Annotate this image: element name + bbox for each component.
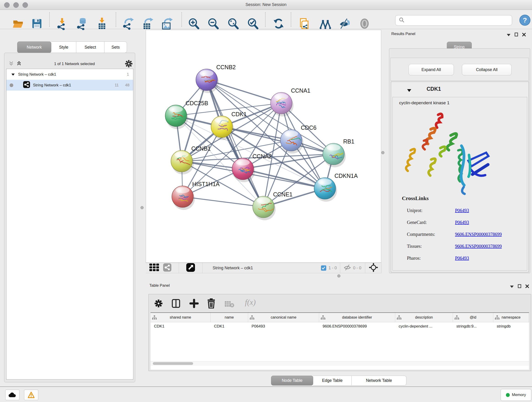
horizontal-scrollbar[interactable] (151, 361, 529, 366)
close-panel-icon[interactable] (522, 33, 526, 37)
collapse-all-networks-icon[interactable] (8, 61, 14, 67)
crosslink-row: Tissues:9606.ENSP00000378699 (407, 240, 524, 252)
crosslink-link[interactable]: P06493 (455, 220, 469, 225)
scrollbar-thumb[interactable] (153, 362, 193, 365)
tab-select[interactable]: Select (76, 41, 104, 53)
tab-sets[interactable]: Sets (104, 41, 127, 53)
node-label-CCNA1: CCNA1 (291, 87, 310, 94)
zoom-in-icon[interactable] (187, 17, 200, 30)
show-columns-icon[interactable] (172, 299, 180, 309)
duplicate-network-icon[interactable] (298, 17, 311, 30)
zoom-out-icon[interactable] (207, 17, 220, 30)
table-cell[interactable]: 9606.ENSP00000378699 (319, 322, 395, 331)
maximize-panel-icon[interactable] (518, 284, 521, 289)
table-panel-title: Table Panel (149, 283, 170, 288)
selected-checkbox[interactable] (321, 265, 326, 271)
grid-view-icon[interactable] (149, 264, 159, 272)
float-panel-icon[interactable] (507, 33, 510, 37)
tab-node-table[interactable]: Node Table (271, 376, 313, 385)
status-bar: Memory (0, 386, 532, 402)
section-expander-icon[interactable] (407, 89, 411, 93)
memory-button[interactable]: Memory (500, 389, 531, 401)
tab-edge-table[interactable]: Edge Table (313, 376, 352, 385)
apply-layout-icon[interactable] (272, 17, 285, 30)
network-node-HIST1H1A[interactable]: HIST1H1A (172, 181, 220, 210)
search-input[interactable] (406, 15, 512, 26)
network-options-gear-icon[interactable] (125, 60, 133, 69)
zoom-fit-icon[interactable] (227, 17, 240, 30)
right-splitter-handle[interactable] (381, 151, 385, 154)
left-splitter-handle[interactable] (140, 206, 144, 209)
crosslink-link[interactable]: 9606.ENSP00000378699 (455, 244, 502, 249)
column-header-description[interactable]: description (395, 313, 453, 322)
import-network-database-icon[interactable] (76, 17, 89, 30)
column-header-canonical-name[interactable]: canonical name (248, 313, 319, 322)
crosslink-link[interactable]: 9606.ENSP00000378699 (455, 232, 502, 237)
import-table-icon[interactable] (95, 17, 108, 30)
expand-all-button[interactable]: Expand All (409, 64, 454, 75)
tab-network[interactable]: Network (17, 41, 51, 53)
delete-column-icon[interactable] (207, 298, 215, 309)
warning-icon[interactable] (24, 390, 38, 400)
tree-expander-icon[interactable] (12, 72, 15, 77)
birdseye-view-icon[interactable] (186, 263, 195, 273)
export-image-icon[interactable] (160, 17, 173, 30)
node-label-CCNB1: CCNB1 (191, 145, 211, 152)
first-neighbors-icon[interactable] (319, 17, 332, 30)
node-label-CDC25B: CDC25B (186, 100, 208, 106)
add-column-icon[interactable] (190, 299, 199, 309)
network-collection-row[interactable]: String Network – cdk1 1 (6, 69, 133, 80)
table-cell[interactable]: CDK1 (151, 322, 210, 331)
show-all-icon[interactable] (358, 17, 371, 30)
table-settings-gear-icon[interactable] (154, 299, 163, 308)
hide-selected-icon[interactable] (338, 17, 351, 30)
tab-network-table[interactable]: Network Table (352, 376, 406, 385)
network-row-selected[interactable]: String Network – cdk1 11 48 (6, 80, 133, 90)
help-icon[interactable]: ? (519, 14, 531, 27)
save-session-icon[interactable] (31, 17, 43, 30)
network-node-CDK1[interactable]: CDK1 (211, 111, 247, 140)
main-toolbar: ? (0, 10, 532, 29)
network-node-CCNA1[interactable]: CCNA1 (271, 87, 310, 116)
cloud-icon[interactable] (5, 390, 19, 400)
float-panel-icon[interactable] (510, 285, 514, 289)
crosslink-link[interactable]: P06493 (455, 255, 469, 261)
column-header-@id[interactable]: @id (453, 313, 493, 322)
network-node-CDC6[interactable]: CDC6 (280, 124, 317, 153)
control-panel-tabs: NetworkStyleSelectSets (17, 41, 127, 53)
table-cell[interactable]: CDK1 (210, 322, 248, 331)
horizontal-splitter-handle[interactable] (337, 274, 341, 278)
expand-all-networks-icon[interactable] (16, 61, 22, 67)
network-edge-CCNA2-CDKN1A[interactable] (243, 169, 325, 188)
import-network-icon[interactable] (56, 17, 69, 30)
close-panel-icon[interactable] (525, 284, 529, 289)
table-cell[interactable]: P06493 (248, 322, 319, 331)
share-network-icon[interactable] (163, 263, 171, 273)
table-panel-tabs: Node TableEdge TableNetwork Table (271, 376, 406, 385)
current-network-name: String Network – cdk1 (213, 266, 253, 270)
network-node-CCNB2[interactable]: CCNB2 (196, 64, 236, 93)
node-label-CCNA2: CCNA2 (253, 153, 272, 160)
column-header-shared-name[interactable]: shared name (151, 313, 210, 322)
maximize-panel-icon[interactable] (515, 32, 518, 37)
column-header-name[interactable]: name (210, 313, 248, 322)
table-cell[interactable]: stringdb:9... (453, 322, 493, 331)
export-network-icon[interactable] (121, 17, 134, 30)
table-cell[interactable]: cyclin-dependent ... (395, 322, 453, 331)
crosshair-icon[interactable] (369, 263, 378, 273)
node-label-CDKN1A: CDKN1A (335, 172, 358, 179)
export-table-icon[interactable] (141, 17, 154, 30)
network-node-CDKN1A[interactable]: CDKN1A (314, 172, 358, 202)
crosslink-link[interactable]: P06493 (455, 208, 469, 213)
network-node-RB1[interactable]: RB1 (323, 138, 355, 167)
column-header-namespace[interactable]: namespace (493, 313, 529, 322)
tab-style[interactable]: Style (51, 41, 76, 53)
network-edge-CCNB2-CCNE1[interactable] (207, 80, 264, 207)
network-edge-CCNE1-HIST1H1A[interactable] (183, 197, 264, 207)
table-row[interactable]: CDK1CDK1P064939606.ENSP00000378699cyclin… (151, 322, 529, 331)
zoom-selected-icon[interactable] (247, 17, 259, 30)
column-header-database-identifier[interactable]: database identifier (319, 313, 395, 322)
table-cell[interactable]: stringdb (493, 322, 529, 331)
open-session-icon[interactable] (12, 17, 25, 30)
collapse-all-button[interactable]: Collapse All (462, 64, 512, 75)
